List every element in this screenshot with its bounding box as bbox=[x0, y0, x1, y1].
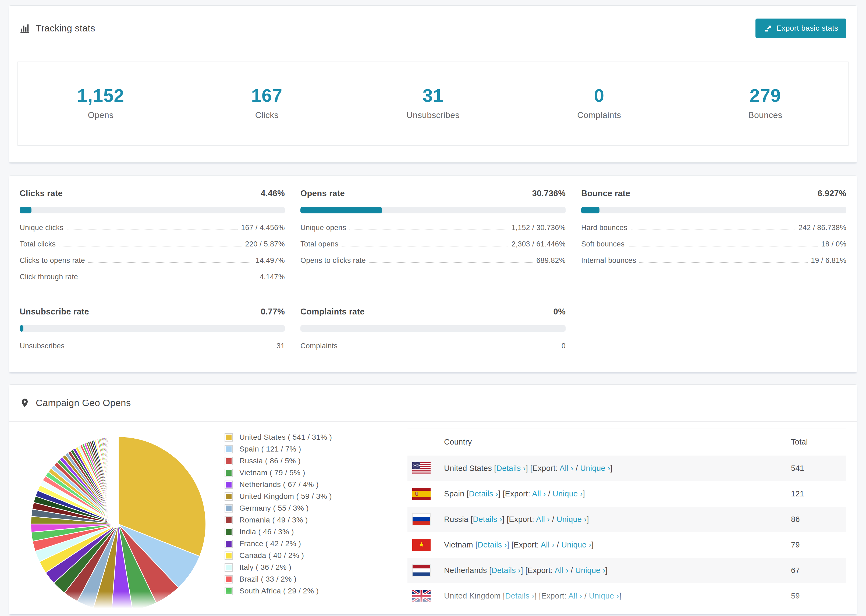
rate-value: 0% bbox=[553, 307, 565, 317]
rate-progress-fill bbox=[301, 207, 382, 214]
export-all-link[interactable]: All › bbox=[541, 541, 554, 549]
legend-item[interactable]: Netherlands ( 67 / 4% ) bbox=[225, 480, 352, 489]
legend-item[interactable]: Germany ( 55 / 3% ) bbox=[225, 504, 352, 512]
detail-label: Unique opens bbox=[301, 224, 346, 232]
legend-swatch bbox=[225, 492, 233, 501]
geo-title: Campaign Geo Opens bbox=[36, 398, 131, 408]
tracking-stats-header: Tracking stats Export basic stats bbox=[9, 6, 857, 51]
export-all-link[interactable]: All › bbox=[536, 515, 550, 523]
export-all-link[interactable]: All › bbox=[532, 489, 546, 498]
legend-item[interactable]: France ( 42 / 2% ) bbox=[225, 539, 352, 548]
dotted-leader bbox=[81, 279, 257, 279]
legend-item[interactable]: India ( 46 / 3% ) bbox=[225, 528, 352, 536]
stat-tile: 279Bounces bbox=[682, 62, 848, 145]
details-link[interactable]: Details › bbox=[473, 515, 502, 523]
rate-detail-row: Clicks to opens rate14.497% bbox=[20, 256, 285, 265]
rate-detail-row: Total clicks220 / 5.87% bbox=[20, 240, 285, 248]
rate-detail-row: Soft bounces18 / 0% bbox=[581, 240, 846, 248]
legend-label: Brazil ( 33 / 2% ) bbox=[239, 575, 296, 583]
legend-item[interactable]: South Africa ( 29 / 2% ) bbox=[225, 587, 352, 595]
export-unique-link[interactable]: Unique › bbox=[580, 464, 610, 473]
legend-item[interactable]: Canada ( 40 / 2% ) bbox=[225, 551, 352, 560]
export-unique-link[interactable]: Unique › bbox=[553, 489, 583, 498]
rate-value: 4.46% bbox=[261, 189, 285, 198]
legend-item[interactable]: United States ( 541 / 31% ) bbox=[225, 433, 352, 442]
stat-label: Clicks bbox=[184, 110, 350, 120]
legend-item[interactable]: Vietnam ( 79 / 5% ) bbox=[225, 468, 352, 477]
dotted-leader bbox=[67, 229, 238, 230]
rates-card: Clicks rate4.46%Unique clicks167 / 4.456… bbox=[9, 176, 857, 372]
export-all-link[interactable]: All › bbox=[554, 566, 568, 575]
geo-pie-chart bbox=[25, 428, 214, 614]
rate-title: Complaints rate bbox=[301, 307, 365, 317]
detail-value: 0 bbox=[562, 342, 565, 350]
rate-detail-row: Total opens2,303 / 61.446% bbox=[301, 240, 565, 248]
legend-item[interactable]: Russia ( 86 / 5% ) bbox=[225, 457, 352, 465]
rate-title: Clicks rate bbox=[20, 189, 63, 198]
details-link[interactable]: Details › bbox=[478, 541, 507, 549]
export-unique-link[interactable]: Unique › bbox=[589, 592, 619, 600]
geo-table-header-row: Country Total bbox=[408, 428, 846, 456]
legend-label: Romania ( 49 / 3% ) bbox=[239, 516, 308, 524]
rate-progress-bar bbox=[20, 207, 285, 214]
detail-value: 14.497% bbox=[255, 256, 285, 265]
rate-detail-row: Unique clicks167 / 4.456% bbox=[20, 224, 285, 232]
details-link[interactable]: Details › bbox=[505, 592, 534, 600]
dotted-leader bbox=[88, 262, 252, 263]
export-all-link[interactable]: All › bbox=[560, 464, 573, 473]
rate-block: Complaints rate0%Complaints0 bbox=[301, 307, 565, 350]
detail-label: Soft bounces bbox=[581, 240, 625, 248]
country-total: 86 bbox=[784, 507, 846, 532]
legend-swatch bbox=[225, 587, 233, 595]
detail-value: 242 / 86.738% bbox=[798, 224, 846, 232]
details-link[interactable]: Details › bbox=[491, 566, 521, 575]
stat-tile: 1,152Opens bbox=[18, 62, 184, 145]
geo-table-row: United States [Details ›] [Export: All ›… bbox=[408, 456, 846, 481]
tracking-stats-card: Tracking stats Export basic stats 1,152O… bbox=[9, 5, 857, 163]
dotted-leader bbox=[628, 246, 818, 247]
detail-label: Unsubscribes bbox=[20, 342, 65, 350]
detail-label: Total clicks bbox=[20, 240, 56, 248]
bar-chart-icon bbox=[20, 23, 30, 33]
details-link[interactable]: Details › bbox=[469, 489, 498, 498]
legend-item[interactable]: Brazil ( 33 / 2% ) bbox=[225, 575, 352, 583]
country-total: 79 bbox=[784, 532, 846, 558]
export-unique-link[interactable]: Unique › bbox=[557, 515, 587, 523]
rate-title: Opens rate bbox=[301, 189, 345, 198]
country-name: Russia bbox=[444, 515, 468, 523]
legend-swatch bbox=[225, 563, 233, 572]
export-unique-link[interactable]: Unique › bbox=[575, 566, 605, 575]
rate-detail-row: Click through rate4.147% bbox=[20, 273, 285, 281]
country-total bbox=[784, 609, 846, 614]
rates-grid: Clicks rate4.46%Unique clicks167 / 4.456… bbox=[20, 189, 846, 350]
detail-value: 689.82% bbox=[536, 256, 565, 265]
details-link[interactable]: Details › bbox=[496, 464, 526, 473]
country-name: United Kingdom bbox=[444, 592, 501, 600]
stat-tile: 31Unsubscribes bbox=[350, 62, 516, 145]
dotted-leader bbox=[369, 262, 533, 263]
legend-swatch bbox=[225, 575, 233, 583]
export-basic-stats-button[interactable]: Export basic stats bbox=[756, 19, 846, 38]
export-unique-link[interactable]: Unique › bbox=[561, 541, 591, 549]
country-column-header: Country bbox=[438, 428, 784, 456]
map-pin-icon bbox=[20, 398, 30, 408]
detail-value: 4.147% bbox=[260, 273, 285, 281]
detail-value: 31 bbox=[277, 342, 285, 350]
country-name: Spain bbox=[444, 489, 464, 498]
rate-value: 30.736% bbox=[532, 189, 565, 198]
legend-swatch bbox=[225, 540, 233, 548]
legend-item[interactable]: Italy ( 36 / 2% ) bbox=[225, 563, 352, 572]
legend-label: Italy ( 36 / 2% ) bbox=[239, 563, 291, 572]
export-all-link[interactable]: All › bbox=[568, 592, 582, 600]
legend-item[interactable]: Romania ( 49 / 3% ) bbox=[225, 516, 352, 524]
legend-item[interactable]: United Kingdom ( 59 / 3% ) bbox=[225, 492, 352, 501]
country-name: Netherlands bbox=[444, 566, 487, 575]
detail-label: Click through rate bbox=[20, 273, 78, 281]
rate-progress-bar bbox=[20, 325, 285, 332]
stat-label: Complaints bbox=[516, 110, 682, 120]
country-flag-vn bbox=[412, 539, 438, 551]
rate-progress-fill bbox=[20, 325, 24, 332]
detail-label: Total opens bbox=[301, 240, 339, 248]
legend-item[interactable]: Spain ( 121 / 7% ) bbox=[225, 445, 352, 453]
country-flag-gb bbox=[412, 590, 438, 602]
